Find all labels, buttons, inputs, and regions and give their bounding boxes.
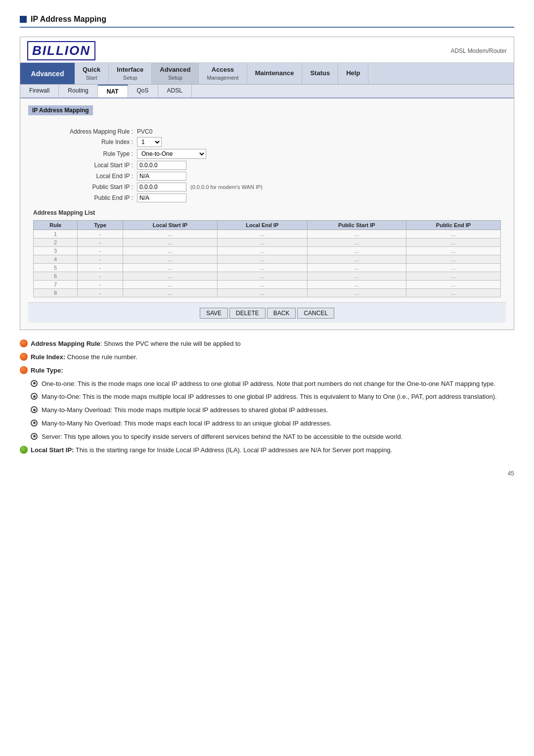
back-button[interactable]: BACK (267, 308, 296, 319)
nav-item-status[interactable]: Status (302, 63, 338, 84)
table-row[interactable]: 7-............ (34, 281, 501, 289)
table-cell: ... (307, 272, 406, 281)
rule-index-field[interactable]: 1234 5678 (137, 137, 162, 147)
help-many-to-many-no-overload-text: Many-to-Many No Overload: This mode maps… (42, 419, 332, 429)
table-cell[interactable]: 8 (34, 289, 78, 297)
help-local-start-ip: Local Start IP: This is the starting ran… (20, 445, 514, 456)
table-row[interactable]: 4-............ (34, 255, 501, 264)
table-cell: ... (217, 255, 307, 264)
odot-1 (31, 380, 38, 387)
nav-active-section: Advanced (20, 63, 75, 84)
table-cell[interactable]: 4 (34, 255, 78, 264)
table-row[interactable]: 5-............ (34, 264, 501, 272)
public-start-ip-label: Public Start IP : (58, 184, 137, 190)
table-cell: - (78, 281, 123, 289)
nav-item-help[interactable]: Help (338, 63, 368, 84)
public-start-ip-field[interactable] (137, 183, 186, 191)
col-rule: Rule (34, 221, 78, 230)
table-cell: ... (217, 247, 307, 255)
table-cell: ... (217, 264, 307, 272)
help-one-to-one-text: One-to-one: This is the mode maps one lo… (42, 379, 495, 389)
main-nav: Advanced Quick Start Interface Setup Adv… (20, 63, 514, 85)
table-row[interactable]: 6-............ (34, 272, 501, 281)
table-row[interactable]: 1-............ (34, 230, 501, 238)
help-rule-type: Rule Type: (20, 366, 514, 376)
table-cell: - (78, 272, 123, 281)
table-row[interactable]: 3-............ (34, 247, 501, 255)
local-start-ip-label: Local Start IP : (58, 162, 137, 169)
nav-item-advanced-setup[interactable]: Advanced Setup (152, 63, 199, 84)
table-cell: - (78, 255, 123, 264)
col-public-end-ip: Public End IP (406, 221, 500, 230)
sub-nav-nat[interactable]: NAT (98, 85, 128, 97)
help-server: Server: This type allows you to specify … (31, 432, 514, 442)
rule-type-row: Rule Type : One-to-One Many-to-One Many-… (58, 149, 506, 159)
table-cell: ... (123, 230, 217, 238)
help-many-to-one: Many-to-One: This is the mode maps multi… (31, 392, 514, 402)
table-cell: ... (406, 281, 500, 289)
nav-item-access-management[interactable]: Access Management (199, 63, 247, 84)
help-many-to-many-no-overload: Many-to-Many No Overload: This mode maps… (31, 419, 514, 429)
local-start-ip-field[interactable] (137, 161, 186, 170)
table-cell: ... (406, 238, 500, 247)
odot-2 (31, 393, 38, 400)
rule-type-select[interactable]: One-to-One Many-to-One Many-to-Many Over… (137, 149, 206, 159)
public-start-ip-row: Public Start IP : (0.0.0.0 for modem's W… (58, 183, 506, 191)
mapping-list-label: Address Mapping List (33, 209, 506, 216)
sub-nav-adsl[interactable]: ADSL (158, 85, 192, 97)
table-row[interactable]: 2-............ (34, 238, 501, 247)
local-start-ip-input[interactable] (137, 161, 186, 170)
help-rule-type-text: Rule Type: (31, 366, 514, 376)
nav-items: Quick Start Interface Setup Advanced Set… (75, 63, 514, 84)
sub-nav-firewall[interactable]: Firewall (20, 85, 59, 97)
nav-item-interface-setup[interactable]: Interface Setup (109, 63, 152, 84)
table-row[interactable]: 8-............ (34, 289, 501, 297)
router-header: BILLION ADSL Modem/Router (20, 37, 514, 63)
table-cell: ... (406, 272, 500, 281)
table-cell: ... (307, 281, 406, 289)
cancel-button[interactable]: CANCEL (297, 308, 334, 319)
rule-type-value[interactable]: One-to-One Many-to-One Many-to-Many Over… (137, 149, 206, 159)
router-panel: BILLION ADSL Modem/Router Advanced Quick… (20, 37, 514, 330)
rule-index-label: Rule Index : (58, 139, 137, 145)
help-address-mapping-rule-text: Address Mapping Rule: Shows the PVC wher… (31, 339, 514, 349)
help-many-to-many-overload: Many-to-Many Overload: This mode maps mu… (31, 405, 514, 416)
table-cell[interactable]: 2 (34, 238, 78, 247)
local-end-ip-input[interactable] (137, 172, 186, 181)
sub-nav-qos[interactable]: QoS (128, 85, 158, 97)
table-cell: - (78, 264, 123, 272)
table-cell[interactable]: 1 (34, 230, 78, 238)
save-button[interactable]: SAVE (200, 308, 228, 319)
public-start-ip-hint: (0.0.0.0 for modem's WAN IP) (190, 184, 263, 190)
public-end-ip-input[interactable] (137, 193, 186, 202)
table-cell[interactable]: 7 (34, 281, 78, 289)
nav-item-maintenance[interactable]: Maintenance (247, 63, 303, 84)
sub-nav-routing[interactable]: Routing (59, 85, 97, 97)
odot-5 (31, 433, 38, 440)
local-end-ip-field[interactable] (137, 172, 186, 181)
local-end-ip-label: Local End IP : (58, 173, 137, 180)
public-end-ip-field[interactable] (137, 193, 186, 202)
table-cell: ... (406, 264, 500, 272)
public-start-ip-input[interactable] (137, 183, 186, 191)
table-cell[interactable]: 6 (34, 272, 78, 281)
table-cell[interactable]: 3 (34, 247, 78, 255)
help-label-1: Address Mapping Rule (31, 340, 100, 347)
table-cell: - (78, 230, 123, 238)
table-cell[interactable]: 5 (34, 264, 78, 272)
table-cell: ... (307, 238, 406, 247)
help-label-local-start: Local Start IP: (31, 446, 74, 454)
table-cell: ... (217, 281, 307, 289)
table-cell: - (78, 238, 123, 247)
nav-item-quick-start[interactable]: Quick Start (75, 63, 109, 84)
address-mapping-rule-value: PVC0 (137, 128, 152, 135)
table-cell: ... (307, 289, 406, 297)
billion-logo: BILLION (27, 41, 95, 60)
table-cell: - (78, 289, 123, 297)
rule-index-select[interactable]: 1234 5678 (137, 137, 162, 147)
page-number: 45 (20, 470, 514, 477)
table-cell: ... (123, 255, 217, 264)
public-end-ip-row: Public End IP : (58, 193, 506, 202)
mapping-table: Rule Type Local Start IP Local End IP Pu… (33, 220, 501, 297)
delete-button[interactable]: DELETE (229, 308, 266, 319)
